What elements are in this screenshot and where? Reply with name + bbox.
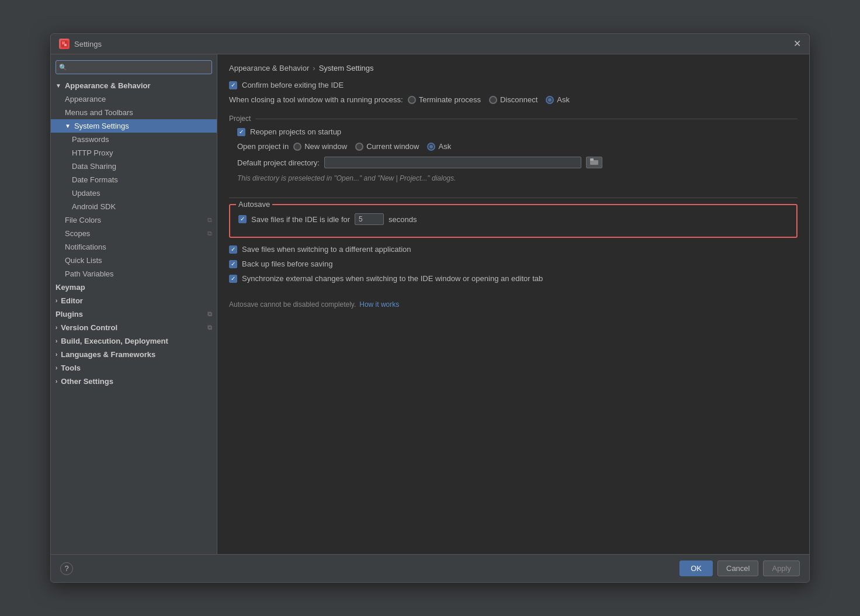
sync-external-row: ✓ Synchronize external changes when swit… bbox=[229, 274, 797, 283]
ok-button[interactable]: OK bbox=[679, 560, 713, 576]
settings-dialog: Settings ✕ 🔍 ▼ Appearance & Behavior App… bbox=[50, 33, 810, 583]
search-icon: 🔍 bbox=[59, 64, 67, 71]
backup-files-checkbox[interactable]: ✓ bbox=[229, 260, 237, 268]
disconnect-option[interactable]: Disconnect bbox=[489, 95, 538, 104]
new-window-label: New window bbox=[304, 142, 347, 151]
autosave-label: Autosave bbox=[236, 200, 272, 209]
main-content: Appearance & Behavior › System Settings … bbox=[217, 54, 809, 554]
sidebar-item-menus-toolbars[interactable]: Menus and Toolbars bbox=[51, 106, 217, 119]
sidebar-item-notifications[interactable]: Notifications bbox=[51, 240, 217, 254]
ask-radio[interactable] bbox=[546, 96, 554, 104]
sidebar-item-file-colors[interactable]: File Colors ⧉ bbox=[51, 213, 217, 227]
open-ask-option[interactable]: Ask bbox=[427, 142, 451, 151]
open-project-row: Open project in New window Current windo… bbox=[229, 142, 797, 151]
disconnect-label: Disconnect bbox=[500, 95, 538, 104]
save-switching-checkbox[interactable]: ✓ bbox=[229, 245, 237, 254]
search-input[interactable] bbox=[56, 60, 212, 74]
sidebar-item-quick-lists[interactable]: Quick Lists bbox=[51, 254, 217, 267]
sync-external-label: Synchronize external changes when switch… bbox=[242, 274, 543, 283]
sidebar-item-android-sdk[interactable]: Android SDK bbox=[51, 200, 217, 213]
search-box: 🔍 bbox=[56, 60, 212, 74]
save-idle-checkbox[interactable]: ✓ bbox=[238, 215, 247, 223]
how-it-works-link[interactable]: How it works bbox=[359, 300, 399, 309]
title-bar: Settings ✕ bbox=[51, 34, 809, 54]
terminate-label: Terminate process bbox=[419, 95, 481, 104]
check-mark: ✓ bbox=[240, 216, 245, 222]
svg-rect-3 bbox=[590, 160, 598, 165]
current-window-radio[interactable] bbox=[355, 143, 363, 151]
confirm-exit-label: Confirm before exiting the IDE bbox=[242, 81, 344, 89]
sidebar-item-languages-frameworks[interactable]: › Languages & Frameworks bbox=[51, 348, 217, 361]
close-button[interactable]: ✕ bbox=[793, 39, 801, 49]
sidebar-item-http-proxy[interactable]: HTTP Proxy bbox=[51, 146, 217, 160]
new-window-option[interactable]: New window bbox=[293, 142, 347, 151]
closing-radio-group: Terminate process Disconnect Ask bbox=[408, 95, 570, 104]
breadcrumb-parent: Appearance & Behavior bbox=[229, 64, 309, 72]
sidebar-item-plugins[interactable]: Plugins ⧉ bbox=[51, 307, 217, 321]
chevron-icon: ▼ bbox=[56, 82, 61, 89]
project-section: Project ✓ Reopen projects on startup Ope… bbox=[229, 115, 797, 187]
backup-files-label: Back up files before saving bbox=[242, 259, 332, 268]
app-icon bbox=[59, 39, 70, 49]
chevron-icon: › bbox=[56, 324, 57, 331]
sidebar: 🔍 ▼ Appearance & Behavior Appearance Men… bbox=[51, 54, 217, 554]
confirm-exit-checkbox[interactable]: ✓ bbox=[229, 81, 237, 89]
sidebar-item-editor[interactable]: › Editor bbox=[51, 294, 217, 307]
apply-button[interactable]: Apply bbox=[763, 560, 800, 576]
breadcrumb: Appearance & Behavior › System Settings bbox=[229, 64, 797, 72]
chevron-icon: › bbox=[56, 378, 57, 385]
sidebar-item-path-variables[interactable]: Path Variables bbox=[51, 267, 217, 281]
default-dir-input[interactable] bbox=[324, 157, 581, 168]
save-idle-label-before: Save files if the IDE is idle for bbox=[251, 215, 350, 224]
check-mark: ✓ bbox=[231, 247, 235, 252]
terminate-option[interactable]: Terminate process bbox=[408, 95, 481, 104]
sidebar-item-version-control[interactable]: › Version Control ⧉ bbox=[51, 321, 217, 334]
ask-label: Ask bbox=[557, 95, 570, 104]
idle-seconds-input[interactable]: 5 bbox=[355, 213, 384, 225]
help-button[interactable]: ? bbox=[60, 562, 73, 575]
new-window-radio[interactable] bbox=[293, 143, 301, 151]
dialog-title: Settings bbox=[74, 40, 102, 49]
reopen-projects-checkbox[interactable]: ✓ bbox=[237, 128, 245, 136]
sidebar-item-date-formats[interactable]: Date Formats bbox=[51, 173, 217, 186]
open-ask-radio[interactable] bbox=[427, 143, 435, 151]
closing-tool-window-row: When closing a tool window with a runnin… bbox=[229, 95, 797, 104]
sidebar-item-scopes[interactable]: Scopes ⧉ bbox=[51, 227, 217, 240]
chevron-icon: › bbox=[56, 365, 57, 371]
chevron-icon: › bbox=[56, 338, 57, 344]
sidebar-item-system-settings[interactable]: ▼ System Settings bbox=[51, 119, 217, 133]
closing-tool-window-label: When closing a tool window with a runnin… bbox=[229, 95, 403, 104]
sidebar-item-passwords[interactable]: Passwords bbox=[51, 133, 217, 146]
disconnect-radio[interactable] bbox=[489, 96, 497, 104]
sidebar-item-appearance[interactable]: Appearance bbox=[51, 92, 217, 106]
ask-option[interactable]: Ask bbox=[546, 95, 570, 104]
svg-rect-4 bbox=[590, 158, 594, 161]
sidebar-item-data-sharing[interactable]: Data Sharing bbox=[51, 160, 217, 173]
default-dir-row: Default project directory: bbox=[229, 157, 797, 168]
dir-hint: This directory is preselected in "Open..… bbox=[229, 174, 797, 182]
copy-icon: ⧉ bbox=[207, 310, 212, 318]
sync-external-checkbox[interactable]: ✓ bbox=[229, 275, 237, 283]
cancel-button[interactable]: Cancel bbox=[717, 560, 758, 576]
check-mark: ✓ bbox=[231, 261, 235, 267]
breadcrumb-current: System Settings bbox=[319, 64, 374, 72]
sidebar-item-build-execution[interactable]: › Build, Execution, Deployment bbox=[51, 334, 217, 348]
copy-icon: ⧉ bbox=[207, 216, 212, 224]
sidebar-item-tools[interactable]: › Tools bbox=[51, 361, 217, 375]
current-window-label: Current window bbox=[366, 142, 419, 151]
sidebar-item-updates[interactable]: Updates bbox=[51, 186, 217, 200]
save-idle-label-after: seconds bbox=[389, 215, 417, 224]
dialog-body: 🔍 ▼ Appearance & Behavior Appearance Men… bbox=[51, 54, 809, 554]
check-mark: ✓ bbox=[231, 276, 235, 282]
save-switching-label: Save files when switching to a different… bbox=[242, 245, 411, 254]
current-window-option[interactable]: Current window bbox=[355, 142, 419, 151]
terminate-radio[interactable] bbox=[408, 96, 416, 104]
sidebar-item-appearance-behavior[interactable]: ▼ Appearance & Behavior bbox=[51, 79, 217, 92]
dialog-footer: ? OK Cancel Apply bbox=[51, 554, 809, 582]
sidebar-item-keymap[interactable]: Keymap bbox=[51, 281, 217, 294]
browse-dir-button[interactable] bbox=[586, 157, 602, 168]
copy-icon: ⧉ bbox=[207, 230, 212, 237]
open-project-radio-group: New window Current window Ask bbox=[293, 142, 451, 151]
sidebar-item-other-settings[interactable]: › Other Settings bbox=[51, 375, 217, 388]
breadcrumb-separator: › bbox=[313, 64, 315, 72]
